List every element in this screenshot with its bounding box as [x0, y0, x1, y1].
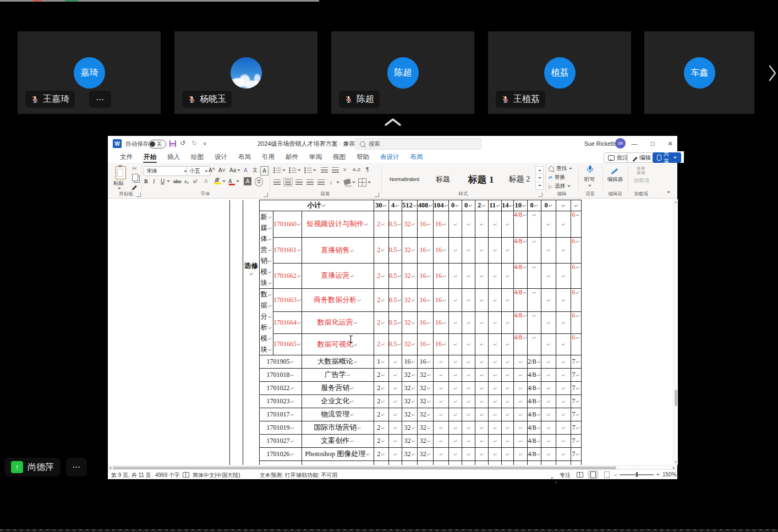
table-cell[interactable]: 7↵: [571, 395, 581, 408]
table-cell[interactable]: ↵: [433, 448, 448, 461]
style-item[interactable]: NormalIndent: [386, 168, 423, 190]
table-cell[interactable]: ↵: [475, 448, 488, 461]
restore-button[interactable]: ▢: [649, 140, 656, 147]
participant-tile[interactable]: 陈超陈超: [331, 31, 474, 114]
table-cell[interactable]: 16↵: [418, 312, 433, 334]
table-cell[interactable]: ↵: [541, 355, 556, 369]
italic-button[interactable]: I: [153, 177, 155, 185]
table-cell[interactable]: ↵: [501, 334, 513, 355]
table-cell[interactable]: ↵: [448, 395, 462, 408]
tab-布局[interactable]: 布局: [233, 151, 256, 163]
table-cell[interactable]: ↵: [501, 435, 513, 448]
table-cell[interactable]: ↵: [462, 289, 475, 312]
table-cell[interactable]: 32↵: [402, 264, 418, 289]
tab-设计[interactable]: 设计: [209, 151, 233, 163]
table-cell[interactable]: ↵: [556, 264, 571, 289]
table-cell[interactable]: ↵: [448, 211, 462, 238]
table-cell[interactable]: ↵: [527, 334, 541, 355]
table-cell[interactable]: ↵: [541, 238, 556, 264]
horizontal-scroll-thumb[interactable]: [113, 467, 616, 469]
module-name-cell[interactable]: 新↵媒↵体↵营↵销↵模↵块↵: [260, 211, 273, 289]
table-cell[interactable]: ↵: [541, 382, 556, 395]
table-cell[interactable]: ↵: [556, 395, 571, 408]
borders-dropdown[interactable]: [368, 182, 371, 183]
table-cell[interactable]: 4/8↵: [527, 369, 541, 382]
table-cell[interactable]: 16↵: [418, 334, 433, 355]
table-cell[interactable]: ↵: [462, 448, 475, 461]
table-cell[interactable]: ↵: [541, 408, 556, 421]
dictate-label[interactable]: 听写: [584, 176, 595, 183]
text-prediction-indicator[interactable]: 文本预测: 打开: [260, 471, 296, 479]
table-cell[interactable]: ↵: [501, 312, 513, 334]
table-cell[interactable]: 0↵: [527, 200, 541, 211]
asian-layout-button[interactable]: ✕: [343, 166, 347, 174]
table-cell[interactable]: [488, 461, 501, 465]
course-code-cell[interactable]: 1701019↵: [260, 421, 302, 435]
table-cell[interactable]: 0↵: [541, 200, 556, 211]
zoom-slider-thumb[interactable]: [636, 472, 638, 477]
table-cell[interactable]: ↵: [433, 435, 448, 448]
table-cell[interactable]: 2/8↵: [527, 355, 541, 369]
table-cell[interactable]: ↵: [541, 289, 556, 312]
table-cell[interactable]: ↵: [501, 395, 513, 408]
table-cell[interactable]: ↵: [571, 200, 581, 211]
vertical-scrollbar[interactable]: ▲ ▼: [673, 199, 678, 465]
addins-icon[interactable]: [637, 167, 645, 174]
table-cell[interactable]: ↵: [514, 355, 528, 369]
undo-icon[interactable]: ↺: [180, 139, 185, 147]
table-cell[interactable]: ↵: [527, 238, 541, 264]
participant-tile[interactable]: 嘉琦王嘉琦⋯: [18, 31, 161, 114]
save-icon[interactable]: [169, 140, 176, 147]
table-cell[interactable]: ↵: [556, 238, 571, 264]
course-name-cell[interactable]: 企业文化↵: [302, 395, 374, 408]
table-cell[interactable]: ↵: [488, 211, 501, 238]
table-cell[interactable]: 32↵: [418, 382, 433, 395]
table-cell[interactable]: ↵: [448, 289, 462, 312]
table-cell[interactable]: ↵: [475, 369, 488, 382]
table-cell[interactable]: 4/8↵: [527, 408, 541, 421]
share-button[interactable]: 共享: [653, 152, 681, 163]
table-cell[interactable]: ↵: [556, 421, 571, 435]
justify-button[interactable]: [306, 179, 314, 185]
table-cell[interactable]: 16↵: [402, 355, 418, 369]
styles-gallery-more[interactable]: [535, 182, 544, 190]
table-cell[interactable]: 0.5↵: [388, 334, 402, 355]
table-cell[interactable]: 32↵: [402, 312, 418, 334]
vertical-scroll-thumb[interactable]: [675, 390, 677, 406]
table-cell[interactable]: ↵: [527, 211, 541, 238]
distribute-button[interactable]: [317, 179, 325, 185]
table-cell[interactable]: ↵: [501, 408, 513, 421]
table-cell[interactable]: ↵: [527, 264, 541, 289]
course-name-cell[interactable]: 物流管理↵: [302, 408, 374, 421]
table-cell[interactable]: ↵: [488, 238, 501, 264]
focus-label[interactable]: 专注: [560, 471, 571, 479]
table-cell[interactable]: ↵: [488, 395, 501, 408]
table-cell[interactable]: [448, 461, 462, 465]
table-cell[interactable]: ↵: [462, 369, 475, 382]
table-cell[interactable]: ↵: [501, 421, 513, 435]
focus-icon[interactable]: [551, 478, 557, 483]
table-cell[interactable]: 2↵: [374, 421, 388, 435]
collapse-video-strip-button[interactable]: [382, 116, 403, 129]
table-cell[interactable]: 4/8↵: [514, 238, 528, 264]
table-cell[interactable]: 16↵: [433, 238, 448, 264]
table-cell[interactable]: ↵: [501, 369, 513, 382]
table-cell[interactable]: 7↵: [571, 408, 581, 421]
table-cell[interactable]: ↵: [501, 382, 513, 395]
table-cell[interactable]: 16↵: [433, 334, 448, 355]
quick-access-more-icon[interactable]: ∨: [203, 141, 207, 146]
dictate-dropdown[interactable]: [588, 185, 591, 187]
table-cell[interactable]: 4/8↵: [527, 421, 541, 435]
table-cell[interactable]: 32↵: [402, 382, 418, 395]
borders-button[interactable]: [358, 178, 366, 187]
table-cell[interactable]: ↵: [448, 408, 462, 421]
table-cell[interactable]: 32↵: [402, 395, 418, 408]
addins-label[interactable]: 加载项: [632, 177, 651, 184]
table-cell[interactable]: ↵: [514, 448, 528, 461]
table-cell[interactable]: ↵: [488, 312, 501, 334]
table-cell[interactable]: 30↵: [374, 200, 388, 211]
table-cell[interactable]: 32↵: [418, 395, 433, 408]
table-cell[interactable]: ↵: [462, 238, 475, 264]
line-spacing-button[interactable]: ↕: [330, 178, 332, 187]
table-cell[interactable]: ↵: [556, 448, 571, 461]
